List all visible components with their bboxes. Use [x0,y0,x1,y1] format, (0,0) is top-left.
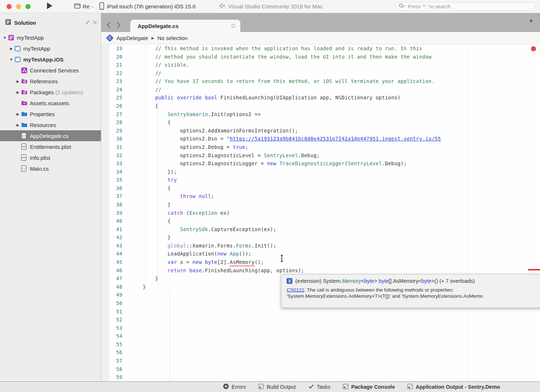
code-line[interactable]: 57 [101,357,540,365]
code-line[interactable]: 52 [101,316,540,324]
disclosure-triangle-icon[interactable]: ▶ [15,79,21,83]
disclosure-triangle-icon[interactable]: ▶ [15,123,21,127]
code-line[interactable]: 31 options2.Debug = true; [101,143,540,151]
pin-icon[interactable] [85,20,90,25]
sidebar-item-appdelegate-cs[interactable]: {}AppDelegate.cs [0,130,101,141]
sidebar-item-main-cs[interactable]: {}Main.cs [0,163,101,174]
code-line[interactable]: 20 // method you should instantiate the … [101,53,540,61]
disclosure-triangle-icon[interactable]: ▼ [1,36,8,40]
code-line[interactable]: 44 LoadApplication(new App()); [101,250,540,258]
code-line[interactable]: 23 // You have 17 seconds to return from… [101,77,540,86]
sidebar-item-mytestapp[interactable]: ▶myTestApp [0,43,101,54]
sidebar-item-info-plist[interactable]: Info.plist [0,152,101,163]
code-line[interactable]: 40 { [101,217,540,225]
code-line[interactable]: 22 // [101,69,540,78]
code-line[interactable]: 46 return base.FinishedLaunching(app, op… [101,266,540,275]
disclosure-triangle-icon[interactable]: ▶ [15,112,21,116]
disclosure-triangle-icon[interactable]: ▶ [8,47,15,51]
sidebar-item-connected-services[interactable]: Connected Services [0,65,101,76]
solution-icon [8,35,17,41]
code-line[interactable]: 33 options2.DiagnosticLogger = new Trace… [101,159,540,168]
code-line[interactable]: 26 { [101,102,540,110]
disclosure-triangle-icon[interactable]: ▶ [15,90,21,94]
code-line[interactable]: 58 [101,365,540,373]
code-line[interactable]: 36 { [101,184,540,193]
code-editor[interactable]: 19 // This method is invoked when the ap… [101,44,540,381]
bottom-tab-application-output-sentry-demo[interactable]: Application Output - Sentry.Demo [407,384,500,391]
tab-list-dropdown[interactable]: ▼ [529,18,533,24]
line-text: options2.DiagnosticLevel = SentryLevel.D… [130,153,320,158]
svg-text:{}: {} [22,134,26,138]
code-line[interactable]: 21 // visible. [101,61,540,69]
line-number: 58 [101,365,130,373]
breadcrumb-type[interactable]: AppDelegate [117,35,148,41]
code-line[interactable]: 59 [101,373,540,381]
sidebar-item-packages[interactable]: ▶Packages (2 updates) [0,87,101,98]
code-line[interactable]: 54 [101,332,540,340]
code-line[interactable]: 30 options2.Dsn = "https://5a193123a9b84… [101,135,540,143]
line-number: 29 [101,127,130,135]
code-line[interactable]: 24 // [101,86,540,94]
code-line[interactable]: 42 } [101,233,540,242]
line-number: 43 [101,242,130,250]
close-window-button[interactable] [7,4,12,9]
code-line[interactable]: 38 } [101,201,540,209]
bottom-tab-build-output[interactable]: Build Output [258,384,296,391]
code-line[interactable]: 19 // This method is invoked when the ap… [101,44,540,53]
code-line[interactable]: 25 public override bool FinishedLaunchin… [101,94,540,102]
code-line[interactable]: 27 SentryXamarin.Init(options2 => [101,110,540,119]
solution-pad-icon [5,19,11,26]
line-number: 26 [101,102,130,110]
sidebar-item-label: Connected Services [30,67,79,74]
close-icon[interactable] [93,20,97,25]
breadcrumb-selection[interactable]: No selection [157,35,188,41]
code-line[interactable]: 43 global::Xamarin.Forms.Forms.Init(); [101,242,540,250]
sidebar-item-resources[interactable]: ▶Resources [0,119,101,130]
code-line[interactable]: 51 [101,308,540,316]
line-text: // [130,87,161,92]
bottom-tab-errors[interactable]: Errors [223,383,246,391]
error-code-link[interactable]: CS0121 [287,287,304,293]
sidebar-item-label: AppDelegate.cs [30,133,68,139]
sidebar-item-references[interactable]: ▶References [0,76,101,87]
plist-file-icon [21,154,30,161]
line-number: 32 [101,151,130,160]
sidebar-item-label: References [30,78,58,84]
minimize-window-button[interactable] [16,4,21,9]
bottom-tab-package-console[interactable]: Package Console [343,384,395,391]
navigate-forward-button[interactable] [116,21,121,29]
device-selector[interactable]: iPod touch (7th generation) iOS 15.0 [99,2,196,11]
global-search-input[interactable]: Press '^,' to search [395,2,535,11]
bottom-tab-tasks[interactable]: Tasks [308,384,330,391]
code-line[interactable]: 32 options2.DiagnosticLevel = SentryLeve… [101,151,540,160]
sidebar-item-mytestapp-ios[interactable]: ▼myTestApp.iOS [0,54,101,65]
code-line[interactable]: 35 try [101,176,540,184]
line-number: 44 [101,250,130,258]
sidebar-item-assets-xcassets[interactable]: Assets.xcassets [0,98,101,108]
tab-title: AppDelegate.cs [138,23,179,29]
code-line[interactable]: 56 [101,348,540,357]
line-number: 33 [101,159,130,168]
tab-appdelegate[interactable]: AppDelegate.cs [130,20,240,32]
code-line[interactable]: 29 options2.AddXamarinFormsIntegration()… [101,127,540,135]
navigate-back-button[interactable] [106,21,111,29]
line-number: 24 [101,86,130,94]
sidebar-item-mytestapp[interactable]: ▼myTestApp [0,32,101,43]
code-line[interactable]: 45 var x = new byte[2].AsMemory(); [101,258,540,266]
code-line[interactable]: 34 }); [101,168,540,176]
code-line[interactable]: 28 { [101,118,540,127]
code-line[interactable]: 55 [101,340,540,349]
run-button[interactable] [46,2,53,11]
build-configuration-selector[interactable]: Re › [74,3,94,10]
code-line[interactable]: 53 [101,324,540,332]
bottom-tab-label: Application Output - Sentry.Demo [415,384,500,390]
zoom-window-button[interactable] [25,4,31,9]
line-number: 19 [101,44,130,53]
code-line[interactable]: 39 catch (Exception ex) [101,209,540,217]
line-number: 50 [101,299,130,308]
sidebar-item-entitlements-plist[interactable]: Entitlements.plist [0,141,101,152]
code-line[interactable]: 37 throw null; [101,192,540,201]
disclosure-triangle-icon[interactable]: ▼ [8,58,15,62]
sidebar-item-properties[interactable]: ▶Properties [0,108,101,119]
code-line[interactable]: 41 SentrySdk.CaptureException(ex); [101,225,540,234]
